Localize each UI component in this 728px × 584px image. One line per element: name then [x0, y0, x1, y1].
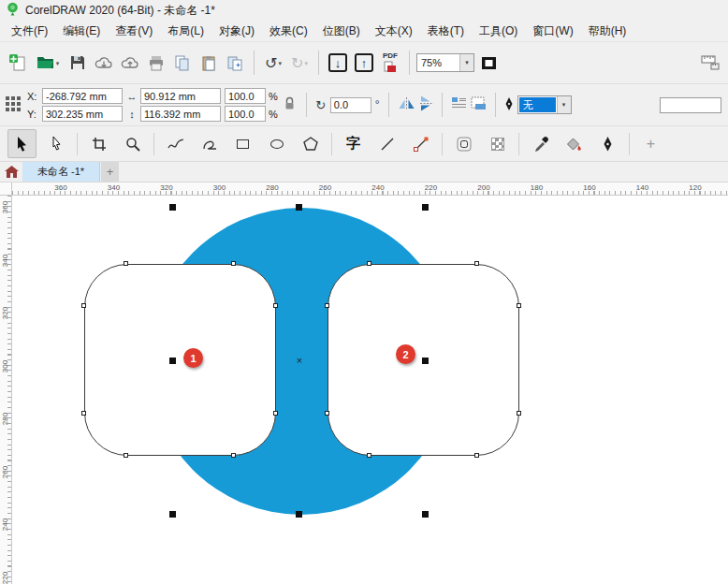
wrap-text-button[interactable]: [451, 96, 467, 113]
selection-handle[interactable]: [422, 511, 429, 518]
customize-toolbox-button[interactable]: +: [636, 129, 665, 158]
mirror-vertical-button[interactable]: [419, 95, 433, 115]
text-tool-button[interactable]: 字: [339, 129, 368, 158]
curve-node[interactable]: [124, 453, 128, 458]
ellipse-tool-button[interactable]: [262, 129, 291, 158]
menu-layout[interactable]: 布局(L): [160, 21, 211, 42]
scale-vertical-input[interactable]: 100.0: [225, 106, 266, 122]
straight-line-tool-button[interactable]: [372, 129, 401, 158]
cloud-download-button[interactable]: [92, 49, 116, 77]
selection-handle[interactable]: [422, 358, 429, 364]
vertical-ruler[interactable]: 360340320300280260240220: [0, 196, 12, 584]
curve-node[interactable]: [474, 453, 479, 458]
x-position-input[interactable]: -268.792 mm: [42, 88, 123, 104]
canvas[interactable]: × 1 2: [12, 196, 728, 584]
scale-horizontal-input[interactable]: 100.0: [225, 88, 266, 104]
menu-tools[interactable]: 工具(O): [472, 21, 525, 42]
import-button[interactable]: ↓: [326, 49, 350, 77]
ruler-origin-corner[interactable]: [0, 182, 12, 196]
fill-tool-button[interactable]: [560, 129, 589, 158]
open-dropdown-caret[interactable]: ▾: [56, 60, 60, 66]
cloud-upload-button[interactable]: [118, 49, 142, 77]
zoom-level-combobox[interactable]: 75% ▾: [416, 53, 474, 72]
welcome-home-button[interactable]: [0, 162, 22, 182]
object-width-input[interactable]: 90.912 mm: [140, 88, 221, 104]
document-tab-active[interactable]: 未命名 -1*: [22, 162, 100, 182]
outline-width-caret[interactable]: ▾: [557, 96, 571, 113]
curve-node[interactable]: [474, 261, 479, 266]
lock-ratio-button[interactable]: [284, 96, 296, 113]
curve-node[interactable]: [273, 303, 278, 308]
outline-style-preview[interactable]: [660, 97, 721, 113]
outline-pen-tool-button[interactable]: [593, 129, 622, 158]
menu-object[interactable]: 对象(J): [211, 21, 262, 42]
selection-handle[interactable]: [169, 511, 176, 518]
transparency-tool-button[interactable]: [483, 129, 512, 158]
freehand-tool-button[interactable]: [161, 129, 190, 158]
open-button[interactable]: ▾: [32, 49, 64, 77]
curve-node[interactable]: [367, 453, 371, 458]
polygon-tool-button[interactable]: [296, 129, 325, 158]
outline-width-combobox[interactable]: 无 ▾: [517, 95, 572, 114]
fullscreen-preview-button[interactable]: [476, 49, 501, 77]
copy-button[interactable]: [170, 49, 195, 77]
crop-tool-button[interactable]: [84, 129, 113, 158]
menu-help[interactable]: 帮助(H): [581, 21, 634, 42]
rounded-rectangle-left[interactable]: [84, 264, 276, 456]
rectangle-tool-button[interactable]: [228, 129, 257, 158]
show-rulers-button[interactable]: [698, 49, 722, 77]
undo-dropdown-caret[interactable]: ▾: [278, 60, 282, 66]
new-document-button[interactable]: [6, 49, 30, 77]
curve-node[interactable]: [273, 411, 278, 416]
curve-node[interactable]: [231, 261, 236, 266]
curve-node[interactable]: [517, 411, 521, 416]
rotation-angle-input[interactable]: 0.0: [330, 97, 371, 113]
selection-handle[interactable]: [296, 204, 302, 211]
curve-node[interactable]: [124, 261, 128, 266]
selection-handle[interactable]: [422, 204, 429, 211]
menu-window[interactable]: 窗口(W): [525, 21, 580, 42]
object-height-input[interactable]: 116.392 mm: [140, 106, 221, 122]
menu-text[interactable]: 文本(X): [368, 21, 420, 42]
curve-node[interactable]: [81, 303, 86, 308]
eyedropper-tool-button[interactable]: [526, 129, 555, 158]
paste-special-button[interactable]: [223, 49, 247, 77]
curve-node[interactable]: [517, 303, 521, 308]
curve-node[interactable]: [81, 411, 86, 416]
curve-node[interactable]: [325, 303, 329, 308]
menu-bitmaps[interactable]: 位图(B): [315, 21, 368, 42]
shape-tool-button[interactable]: [41, 129, 70, 158]
curve-node[interactable]: [325, 411, 329, 416]
horizontal-ruler[interactable]: 360340320300280260240220200180160140120: [12, 182, 728, 196]
zoom-dropdown-caret[interactable]: ▾: [459, 54, 473, 71]
zoom-tool-button[interactable]: [118, 129, 147, 158]
undo-button[interactable]: ↺ ▾: [261, 49, 285, 77]
new-document-tab-button[interactable]: +: [101, 162, 119, 182]
redo-button[interactable]: ↻ ▾: [287, 49, 312, 77]
selection-handle[interactable]: [169, 204, 176, 211]
object-position-grid-icon[interactable]: [5, 95, 22, 115]
curve-node[interactable]: [367, 261, 371, 266]
smart-drawing-tool-button[interactable]: [195, 129, 224, 158]
pick-tool-button[interactable]: [7, 129, 36, 158]
bezier-tool-button[interactable]: [406, 129, 435, 158]
publish-pdf-button[interactable]: PDF: [378, 49, 402, 77]
object-properties-button[interactable]: [471, 96, 487, 113]
selection-center-marker[interactable]: ×: [297, 355, 302, 366]
contour-tool-button[interactable]: [449, 129, 478, 158]
menu-view[interactable]: 查看(V): [108, 21, 160, 42]
menu-table[interactable]: 表格(T): [420, 21, 472, 42]
y-position-input[interactable]: 302.235 mm: [42, 106, 123, 122]
selection-handle[interactable]: [169, 358, 176, 364]
selection-handle[interactable]: [296, 511, 302, 518]
menu-effects[interactable]: 效果(C): [262, 21, 315, 42]
paste-button[interactable]: [197, 49, 221, 77]
redo-dropdown-caret[interactable]: ▾: [304, 60, 308, 66]
menu-file[interactable]: 文件(F): [4, 21, 55, 42]
export-button[interactable]: ↑: [352, 49, 376, 77]
curve-node[interactable]: [231, 453, 236, 458]
mirror-horizontal-button[interactable]: [398, 96, 415, 113]
menu-edit[interactable]: 编辑(E): [55, 21, 108, 42]
save-button[interactable]: [66, 49, 90, 77]
print-button[interactable]: [144, 49, 168, 77]
